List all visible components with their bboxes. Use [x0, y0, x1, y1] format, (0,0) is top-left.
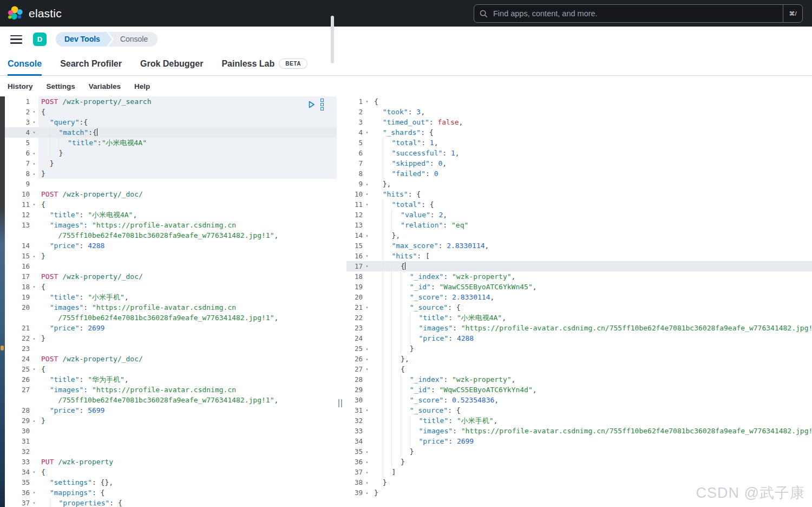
fold-toggle-icon[interactable]: ▴ [30, 168, 38, 179]
tab-painless-lab[interactable]: Painless LabBETA [221, 52, 307, 75]
code-line: 7"skipped": 0, [346, 158, 812, 168]
fold-toggle-icon[interactable]: ▾ [363, 364, 371, 374]
code-line: 25▴} [346, 343, 812, 354]
code-line: 35"settings": {}, [5, 477, 337, 487]
fold-toggle-icon[interactable]: ▾ [363, 302, 371, 313]
response-pane[interactable]: 1▾{2"took": 3,3"timed_out": false,4▾"_sh… [346, 96, 812, 507]
code-line: 36▴} [346, 457, 812, 467]
subnav-help[interactable]: Help [134, 82, 150, 90]
code-line: 7▴} [5, 158, 337, 168]
fold-toggle-icon[interactable]: ▴ [30, 148, 38, 158]
tab-search-profiler[interactable]: Search Profiler [60, 52, 122, 75]
fold-toggle-icon[interactable]: ▴ [363, 230, 371, 240]
tab-console[interactable]: Console [8, 52, 42, 75]
pane-resize-handle[interactable] [338, 399, 344, 407]
fold-toggle-icon[interactable]: ▾ [363, 405, 371, 415]
code-line: 13"images": "https://profile-avatar.csdn… [5, 220, 337, 230]
fold-toggle-icon[interactable]: ▾ [363, 251, 371, 261]
code-line: /755ff10be62f4e7081bc36028fa9eafe_w77634… [5, 395, 337, 405]
fold-toggle-icon[interactable]: ▴ [363, 179, 371, 189]
global-search[interactable]: ⌘/ [474, 4, 803, 23]
fold-toggle-icon[interactable]: ▾ [30, 199, 38, 210]
app-header: elastic ⌘/ [0, 0, 812, 27]
code-line: 15▴} [5, 251, 337, 261]
fold-toggle-icon[interactable]: ▴ [363, 477, 371, 487]
text-cursor [405, 262, 406, 270]
search-input[interactable] [492, 9, 783, 18]
code-line: 5"total": 1, [346, 138, 812, 148]
code-line: 1POST /wzk-property/_search [5, 96, 337, 107]
subnav-variables[interactable]: Variables [89, 82, 121, 90]
fold-toggle-icon[interactable]: ▾ [30, 364, 38, 374]
subnav-history[interactable]: History [8, 82, 33, 90]
code-line: 2"took": 3, [346, 107, 812, 117]
code-line: 10POST /wzk-property/_doc/ [5, 189, 337, 199]
fold-toggle-icon[interactable]: ▴ [30, 415, 38, 426]
breadcrumb: Dev ToolsConsole [56, 32, 158, 47]
code-line: 14"price": 4288 [5, 240, 337, 251]
fold-toggle-icon[interactable]: ▾ [30, 127, 38, 138]
fold-toggle-icon[interactable]: ▴ [30, 158, 38, 168]
fold-toggle-icon[interactable]: ▴ [30, 333, 38, 343]
breadcrumb-item-dev-tools[interactable]: Dev Tools [56, 32, 112, 47]
code-line: 18"_index": "wzk-property", [346, 271, 812, 282]
fold-toggle-icon[interactable]: ▴ [30, 251, 38, 261]
deployment-avatar[interactable]: D [33, 32, 47, 46]
tab-label: Search Profiler [60, 59, 122, 69]
breadcrumb-bar: D Dev ToolsConsole [0, 27, 812, 53]
code-line: 33"images": "https://profile-avatar.csdn… [346, 426, 812, 436]
code-line: 9▴}, [346, 179, 812, 189]
fold-toggle-icon[interactable]: ▾ [363, 261, 371, 271]
code-line: 10▾"hits": { [346, 189, 812, 199]
code-line: 26"title": "华为手机", [5, 374, 337, 385]
fold-toggle-icon[interactable]: ▾ [363, 96, 371, 107]
code-line: 3"timed_out": false, [346, 117, 812, 127]
code-line: 34"price": 2699 [346, 436, 812, 446]
send-request-button[interactable] [308, 101, 315, 108]
code-line: 37▾"properties": { [5, 498, 337, 507]
fold-toggle-icon[interactable]: ▾ [30, 282, 38, 292]
code-line: 33PUT /wzk-property [5, 457, 337, 467]
subnav-settings[interactable]: Settings [47, 82, 75, 90]
fold-toggle-icon[interactable]: ▴ [363, 354, 371, 364]
watermark: CSDN @武子康 [696, 483, 805, 503]
breadcrumb-item-console[interactable]: Console [108, 32, 158, 47]
fold-toggle-icon[interactable]: ▾ [363, 199, 371, 210]
code-line: 30 [5, 426, 337, 436]
code-line: 8▴} [5, 168, 337, 179]
code-line: 6▴} [5, 148, 337, 158]
fold-toggle-icon[interactable]: ▴ [363, 343, 371, 354]
fold-toggle-icon[interactable]: ▴ [363, 446, 371, 457]
request-editor-pane[interactable]: 1POST /wzk-property/_search2▾{3▾"query":… [5, 96, 337, 507]
fold-toggle-icon[interactable]: ▾ [363, 189, 371, 199]
code-line: 24"price": 4288 [346, 333, 812, 343]
code-line: 21"price": 2699 [5, 323, 337, 333]
fold-toggle-icon[interactable]: ▴ [363, 457, 371, 467]
code-line: 20"images": "https://profile-avatar.csdn… [5, 302, 337, 313]
request-options-icon[interactable] [320, 98, 324, 112]
code-line: 32"title": "小米手机", [346, 415, 812, 426]
fold-toggle-icon[interactable]: ▾ [30, 117, 38, 127]
code-line: 13"relation": "eq" [346, 220, 812, 230]
fold-toggle-icon[interactable]: ▴ [363, 467, 371, 477]
fold-toggle-icon[interactable]: ▴ [363, 487, 371, 498]
code-line: 28"price": 5699 [5, 405, 337, 415]
code-line: 29▴} [5, 415, 337, 426]
code-line: 27▾{ [346, 364, 812, 374]
fold-toggle-icon[interactable]: ▾ [30, 467, 38, 477]
code-line: 19"title": "小米手机", [5, 292, 337, 302]
code-line: 28"_index": "wzk-property", [346, 374, 812, 385]
editor-scrollbar-thumb[interactable] [331, 16, 334, 63]
menu-icon[interactable] [10, 35, 22, 44]
code-line: 22▴} [5, 333, 337, 343]
code-line: /755ff10be62f4e7081bc36028fa9eafe_w77634… [5, 313, 337, 323]
code-line: 24POST /wzk-property/_doc/ [5, 354, 337, 364]
code-line: 27"images": "https://profile-avatar.csdn… [5, 385, 337, 395]
fold-toggle-icon[interactable]: ▾ [30, 107, 38, 117]
tab-grok-debugger[interactable]: Grok Debugger [140, 52, 203, 75]
fold-toggle-icon[interactable]: ▾ [30, 498, 38, 507]
code-line: 31▾"_source": { [346, 405, 812, 415]
fold-toggle-icon[interactable]: ▾ [30, 487, 38, 498]
fold-toggle-icon[interactable]: ▾ [363, 127, 371, 138]
tab-label: Grok Debugger [140, 59, 203, 69]
